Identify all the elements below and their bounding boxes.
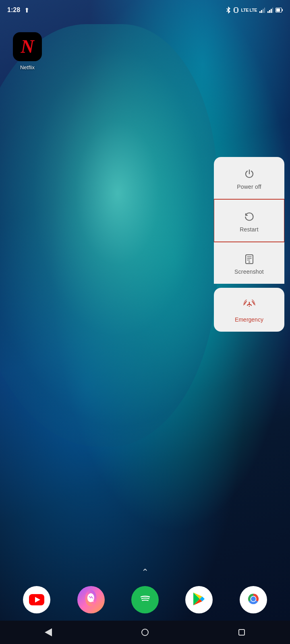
- svg-rect-4: [261, 10, 262, 13]
- signal1-icon: [259, 7, 265, 13]
- power-off-button[interactable]: Power off: [214, 157, 284, 199]
- svg-rect-9: [271, 9, 272, 13]
- screenshot-button[interactable]: Screenshot: [214, 242, 284, 284]
- svg-point-23: [136, 590, 154, 608]
- svg-rect-10: [272, 8, 273, 13]
- upload-icon: ⬆: [24, 6, 29, 14]
- chrome-app[interactable]: [240, 586, 267, 613]
- restart-label: Restart: [240, 226, 259, 233]
- wallpaper-island: [0, 24, 218, 447]
- screenshot-label: Screenshot: [234, 268, 264, 275]
- overview-icon: [238, 629, 245, 636]
- spotify-icon: [136, 590, 154, 609]
- svg-point-30: [251, 597, 256, 601]
- svg-rect-6: [264, 8, 265, 13]
- emergency-icon: !: [243, 299, 256, 312]
- lte-icon: LTE LTE: [241, 8, 257, 12]
- svg-rect-8: [269, 10, 270, 13]
- signal2-icon: [267, 7, 273, 13]
- chrome-icon: [245, 591, 261, 609]
- youtube-app[interactable]: [23, 586, 50, 613]
- svg-rect-12: [276, 8, 280, 12]
- nav-bar: [0, 621, 290, 644]
- emergency-label: Emergency: [235, 316, 263, 323]
- messenger-icon: [84, 589, 97, 611]
- back-button[interactable]: [38, 624, 58, 640]
- youtube-icon: [28, 591, 46, 609]
- power-menu: Power off Restart: [214, 157, 284, 332]
- back-icon: [45, 628, 52, 636]
- status-bar: 1:28 ⬆ LTE LTE: [0, 0, 290, 20]
- home-icon: [141, 629, 149, 636]
- netflix-n-letter: N: [21, 37, 34, 56]
- dock: [0, 580, 290, 620]
- restart-button[interactable]: Restart: [214, 199, 284, 242]
- power-off-label: Power off: [237, 184, 261, 190]
- power-icon: [244, 168, 255, 180]
- svg-rect-13: [282, 9, 283, 11]
- overview-button[interactable]: [232, 624, 252, 640]
- playstore-icon: [192, 592, 206, 608]
- svg-rect-0: [234, 8, 238, 12]
- netflix-icon: N: [13, 32, 42, 61]
- spotify-app[interactable]: [131, 586, 159, 613]
- svg-point-18: [249, 262, 250, 263]
- status-time: 1:28: [7, 6, 20, 14]
- home-button[interactable]: [135, 624, 155, 640]
- battery-icon: [276, 8, 283, 12]
- netflix-app[interactable]: N Netflix: [13, 32, 42, 70]
- svg-rect-7: [267, 11, 269, 13]
- svg-rect-2: [238, 8, 238, 12]
- app-drawer-arrow[interactable]: ⌃: [141, 567, 149, 578]
- svg-rect-5: [263, 9, 264, 13]
- svg-rect-1: [234, 8, 234, 12]
- restart-icon: [244, 211, 255, 222]
- messenger-app[interactable]: [77, 586, 105, 613]
- svg-rect-14: [246, 255, 253, 264]
- power-menu-top-card: Power off Restart: [214, 157, 284, 284]
- svg-rect-3: [259, 11, 261, 13]
- screenshot-icon: [244, 253, 255, 264]
- bluetooth-icon: [226, 6, 231, 14]
- emergency-button[interactable]: ! Emergency: [214, 288, 284, 332]
- vibrate-icon: [233, 7, 239, 13]
- playstore-app[interactable]: [185, 586, 213, 613]
- netflix-label: Netflix: [20, 64, 35, 70]
